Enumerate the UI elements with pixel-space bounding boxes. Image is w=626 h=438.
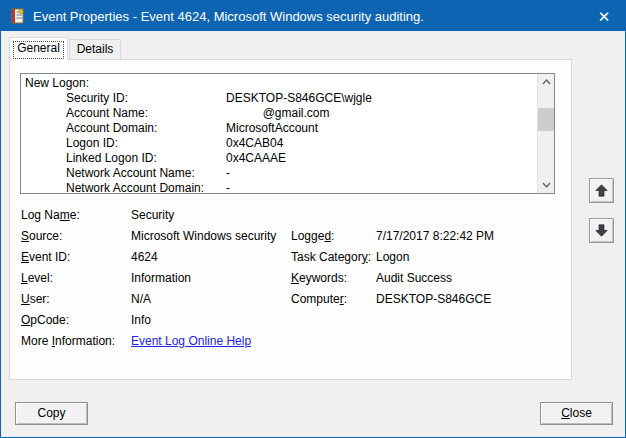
- scrollbar-thumb[interactable]: [538, 108, 555, 131]
- event-text-row: Account Domain: MicrosoftAccount: [25, 121, 537, 136]
- event-text-row: Account Name: @gmail.com: [25, 106, 537, 121]
- copy-button-label: Copy: [37, 406, 65, 420]
- close-window-button[interactable]: ✕: [589, 4, 619, 28]
- event-field-value: -: [226, 181, 230, 193]
- event-field-value: 0x4CAAAE: [226, 151, 286, 166]
- field-value-log-name: Security: [131, 208, 174, 222]
- field-label-user: User:: [21, 292, 50, 306]
- tab-general[interactable]: General: [9, 37, 68, 60]
- field-label-computer: Computer:: [291, 292, 347, 306]
- event-text-row: Network Account Name: -: [25, 166, 537, 181]
- window-title: Event Properties - Event 4624, Microsoft…: [33, 9, 424, 24]
- scroll-up-button[interactable]: [538, 74, 555, 90]
- event-field-value: 0x4CAB04: [226, 136, 283, 151]
- field-label-task-category: Task Category:: [291, 250, 371, 264]
- event-field-label: Logon ID:: [66, 136, 226, 151]
- field-label-more-information: More Information:: [21, 334, 115, 348]
- event-properties-dialog: Event Properties - Event 4624, Microsoft…: [0, 0, 626, 438]
- event-field-value: MicrosoftAccount: [226, 121, 318, 136]
- vertical-scrollbar[interactable]: [537, 74, 554, 193]
- event-field-label: Account Name:: [66, 106, 226, 121]
- event-description-text: New Logon: Security ID: DESKTOP-S846GCE\…: [21, 75, 537, 193]
- field-value-user: N/A: [131, 292, 151, 306]
- field-label-source: Source:: [21, 229, 62, 243]
- chevron-up-icon: [542, 79, 551, 85]
- field-value-source: Microsoft Windows security: [131, 229, 276, 243]
- event-text-row: Linked Logon ID: 0x4CAAAE: [25, 151, 537, 166]
- title-bar: Event Properties - Event 4624, Microsoft…: [1, 1, 625, 31]
- previous-event-button[interactable]: [589, 178, 614, 203]
- close-button[interactable]: Close: [540, 402, 613, 425]
- field-value-keywords: Audit Success: [376, 271, 452, 285]
- field-label-keywords: Keywords:: [291, 271, 347, 285]
- field-label-level: Level:: [21, 271, 53, 285]
- scroll-down-button[interactable]: [538, 177, 555, 193]
- event-text-row: Logon ID: 0x4CAB04: [25, 136, 537, 151]
- field-value-task-category: Logon: [376, 250, 409, 264]
- next-event-button[interactable]: [589, 218, 614, 243]
- event-field-label: Security ID:: [66, 91, 226, 106]
- copy-button[interactable]: Copy: [15, 402, 88, 425]
- field-value-opcode: Info: [131, 313, 151, 327]
- event-log-icon: [10, 8, 26, 24]
- close-icon: ✕: [598, 8, 611, 25]
- arrow-down-icon: [593, 222, 610, 239]
- tab-details-label: Details: [77, 42, 114, 56]
- field-value-computer: DESKTOP-S846GCE: [376, 292, 491, 306]
- field-label-logged: Logged:: [291, 229, 334, 243]
- field-value-level: Information: [131, 271, 191, 285]
- arrow-up-icon: [593, 182, 610, 199]
- event-text-row: Security ID: DESKTOP-S846GCE\wjgle: [25, 91, 537, 106]
- field-value-logged: 7/17/2017 8:22:42 PM: [376, 229, 494, 243]
- event-text-row-clipped: Network Account Domain: -: [25, 181, 537, 193]
- event-field-value: @gmail.com: [226, 106, 330, 121]
- event-field-label: Network Account Name:: [66, 166, 226, 181]
- field-label-event-id: Event ID:: [21, 250, 70, 264]
- field-label-opcode: OpCode:: [21, 313, 69, 327]
- tab-details[interactable]: Details: [69, 39, 121, 60]
- event-field-label: Account Domain:: [66, 121, 226, 136]
- event-text-heading: New Logon:: [25, 76, 537, 91]
- event-field-value: -: [226, 166, 230, 181]
- field-value-event-id: 4624: [131, 250, 158, 264]
- event-field-label: Linked Logon ID:: [66, 151, 226, 166]
- field-label-log-name: Log Name:: [21, 208, 80, 222]
- tab-general-label: General: [17, 41, 60, 55]
- event-description-box[interactable]: New Logon: Security ID: DESKTOP-S846GCE\…: [20, 73, 555, 194]
- chevron-down-icon: [542, 182, 551, 188]
- event-field-value: DESKTOP-S846GCE\wjgle: [226, 91, 372, 106]
- event-log-online-help-link[interactable]: Event Log Online Help: [131, 334, 251, 348]
- event-field-label: Network Account Domain:: [66, 181, 226, 193]
- close-button-label: Close: [561, 406, 592, 420]
